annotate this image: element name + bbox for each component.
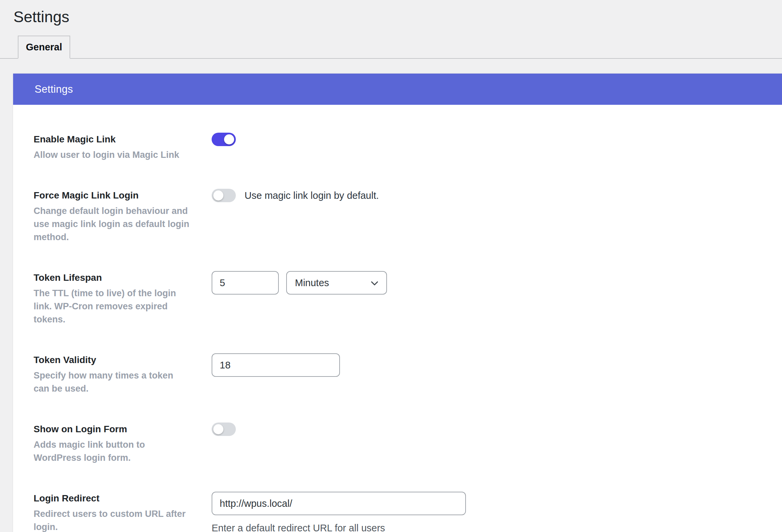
force-magic-link-login-label: Force Magic Link Login <box>34 190 212 201</box>
toggle-knob <box>213 190 223 201</box>
force-magic-link-login-toggle[interactable] <box>212 189 236 202</box>
login-redirect-helper-text: Enter a default redirect URL for all use… <box>212 523 466 532</box>
token-lifespan-label: Token Lifespan <box>34 272 212 283</box>
enable-magic-link-toggle[interactable] <box>212 133 236 146</box>
login-redirect-label: Login Redirect <box>34 493 212 504</box>
token-lifespan-unit-select[interactable]: Minutes <box>286 271 387 294</box>
toggle-knob <box>224 134 234 144</box>
force-magic-link-login-description: Change default login behaviour and use m… <box>34 205 190 244</box>
token-validity-description: Specify how many times a token can be us… <box>34 369 190 395</box>
setting-row-enable-magic-link: Enable Magic Link Allow user to login vi… <box>34 134 760 162</box>
login-redirect-description: Redirect users to custom URL after login… <box>34 507 190 532</box>
show-on-login-form-description: Adds magic link button to WordPress logi… <box>34 438 190 464</box>
settings-panel: Settings Enable Magic Link Allow user to… <box>13 74 782 532</box>
setting-row-token-lifespan: Token Lifespan The TTL (time to live) of… <box>34 272 760 326</box>
token-validity-label: Token Validity <box>34 354 212 366</box>
toggle-knob <box>213 424 223 434</box>
login-redirect-input[interactable] <box>212 492 466 515</box>
panel-header-title: Settings <box>35 83 73 95</box>
panel-body: Enable Magic Link Allow user to login vi… <box>13 105 782 532</box>
setting-row-token-validity: Token Validity Specify how many times a … <box>34 354 760 395</box>
enable-magic-link-label: Enable Magic Link <box>34 134 212 145</box>
panel-header: Settings <box>13 74 782 105</box>
show-on-login-form-label: Show on Login Form <box>34 424 212 435</box>
show-on-login-form-toggle[interactable] <box>212 423 236 436</box>
setting-row-force-magic-link-login: Force Magic Link Login Change default lo… <box>34 190 760 244</box>
tab-bar: General <box>0 36 782 59</box>
enable-magic-link-description: Allow user to login via Magic Link <box>34 148 190 162</box>
settings-page: Settings General Settings Enable Magic L… <box>0 0 782 532</box>
setting-row-login-redirect: Login Redirect Redirect users to custom … <box>34 493 760 532</box>
token-lifespan-input[interactable] <box>212 271 279 294</box>
tab-general[interactable]: General <box>18 36 70 59</box>
token-validity-input[interactable] <box>212 353 340 377</box>
token-lifespan-description: The TTL (time to live) of the login link… <box>34 287 190 326</box>
force-magic-link-login-toggle-label: Use magic link login by default. <box>245 189 379 202</box>
setting-row-show-on-login-form: Show on Login Form Adds magic link butto… <box>34 424 760 464</box>
page-title: Settings <box>0 0 782 26</box>
